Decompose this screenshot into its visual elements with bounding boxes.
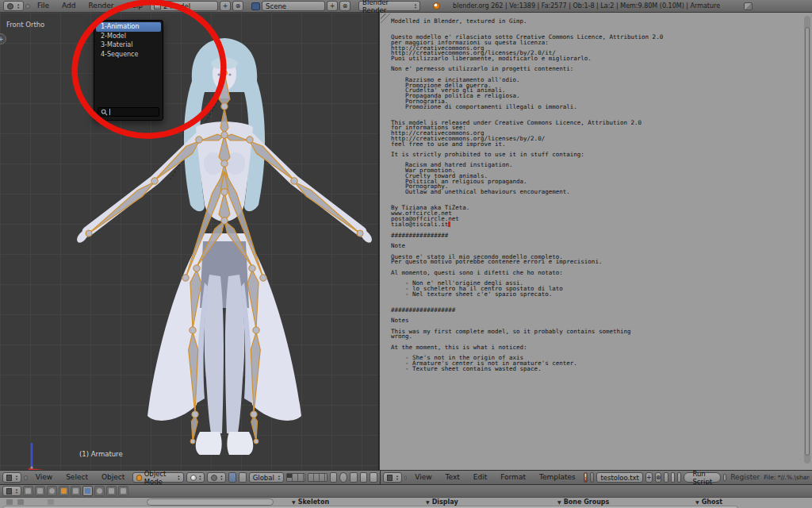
armature-joint[interactable] [253, 327, 259, 333]
armature-bone[interactable] [89, 182, 155, 233]
armature-joint[interactable] [291, 178, 297, 184]
layers-widget-2[interactable] [308, 473, 327, 482]
menu-add[interactable]: Add [56, 0, 81, 12]
armature-joint[interactable] [221, 132, 228, 138]
armature-joint[interactable] [247, 137, 253, 143]
vp-menu-object[interactable]: Object [96, 471, 130, 483]
file-modified-alert-icon[interactable]: ! [584, 472, 588, 483]
editor-type-text-button[interactable]: ▴▾ [383, 472, 402, 483]
snap-element-icon[interactable] [350, 472, 358, 483]
word-wrap-icon[interactable] [671, 472, 675, 483]
armature-joint[interactable] [221, 103, 228, 110]
properties-tab-render[interactable] [23, 486, 33, 496]
editor-type-info-button[interactable]: ▴▾ [3, 1, 24, 11]
unlink-scene-button[interactable]: ⊗ [339, 1, 350, 11]
txt-header-dot[interactable] [404, 475, 407, 480]
pin-icon[interactable] [48, 499, 54, 505]
menu-help[interactable]: Help [121, 0, 149, 12]
text-scrollbar[interactable] [804, 16, 810, 464]
window-split-icon[interactable] [744, 2, 753, 10]
armature-joint[interactable] [221, 160, 228, 167]
transform-orientation-selector[interactable]: Global ▴▾ [249, 472, 284, 483]
armature-joint[interactable] [357, 230, 363, 237]
manipulator-toggle-icon[interactable] [228, 472, 236, 483]
add-scene-button[interactable]: + [327, 1, 338, 11]
armature-joint[interactable] [190, 327, 196, 333]
properties-tab-scene[interactable] [35, 486, 45, 496]
txt-menu-templates[interactable]: Templates [534, 471, 581, 483]
properties-tab-material[interactable] [94, 486, 105, 496]
dropdown-search-field[interactable] [98, 107, 159, 117]
panel-ghost[interactable]: ▼Ghost [695, 498, 722, 506]
text-content[interactable]: Modelled in Blender, textured in Gimp. Q… [391, 19, 663, 371]
armature-joint[interactable] [251, 411, 257, 418]
dropdown-item-model[interactable]: 2-Model [96, 32, 161, 41]
text-scrollbar-thumb[interactable] [805, 27, 810, 456]
dropdown-item-animation[interactable]: 1-Animation [96, 22, 161, 32]
armature-bone[interactable] [251, 416, 258, 441]
armature-joint[interactable] [182, 275, 189, 281]
line-numbers-icon[interactable] [664, 472, 668, 483]
vp-header-dot[interactable] [24, 475, 28, 480]
properties-tab-world[interactable] [47, 486, 57, 496]
properties-hscrollbar[interactable] [2, 506, 738, 508]
txt-menu-edit[interactable]: Edit [468, 471, 492, 483]
syntax-highlight-icon[interactable] [677, 472, 681, 483]
armature-joint[interactable] [86, 230, 92, 237]
shading-selector[interactable]: ▴▾ [186, 472, 205, 483]
armature-bone[interactable] [294, 182, 360, 233]
properties-tab-texture[interactable] [106, 486, 117, 496]
add-layout-button[interactable]: + [220, 1, 231, 11]
armature-joint[interactable] [254, 439, 259, 444]
vp-menu-view[interactable]: View [30, 471, 58, 483]
new-text-button[interactable]: + [645, 472, 653, 483]
lock-camera-icon[interactable] [330, 472, 338, 483]
text-name-field[interactable]: testoloo.txt [596, 472, 643, 483]
mode-selector[interactable]: Object Mode ▴▾ [132, 472, 183, 483]
scene-selector[interactable]: Scene [262, 1, 325, 11]
unlink-layout-button[interactable]: ⊗ [232, 1, 243, 11]
run-script-button[interactable]: Run Script [684, 472, 721, 483]
properties-tab-object[interactable] [59, 486, 69, 496]
text-editor[interactable]: Modelled in Blender, textured in Gimp. Q… [380, 13, 812, 470]
panel-skeleton[interactable]: ▼Skeleton [292, 498, 329, 506]
vp-menu-select[interactable]: Select [60, 471, 94, 483]
snap-magnet-icon[interactable] [339, 472, 347, 483]
manipulator-translate-icon[interactable] [239, 472, 247, 483]
properties-tab-object-data[interactable] [82, 486, 93, 496]
properties-tab-constraints[interactable] [71, 486, 81, 496]
editor-type-properties-button[interactable]: ▴▾ [2, 486, 21, 496]
pivot-selector[interactable]: ▴▾ [207, 472, 226, 483]
armature-joint[interactable] [151, 178, 158, 184]
properties-search-field[interactable] [147, 498, 274, 506]
armature-bone[interactable] [220, 108, 228, 133]
dropdown-item-sequence[interactable]: 4-Sequence [96, 50, 161, 60]
txt-menu-format[interactable]: Format [495, 471, 531, 483]
render-opengl-anim-icon[interactable] [370, 472, 377, 483]
armature-joint[interactable] [193, 265, 200, 271]
viewport-3d[interactable]: Front Ortho + [0, 13, 379, 470]
register-checkbox[interactable] [723, 474, 726, 481]
armature-joint[interactable] [221, 217, 228, 224]
area-corner-grip[interactable] [381, 13, 391, 24]
editor-type-3dview-button[interactable]: ▴▾ [2, 472, 21, 483]
render-engine-selector[interactable]: Blender Render ▴▾ [358, 1, 420, 11]
panel-display[interactable]: ▼Display [426, 498, 458, 506]
armature-joint[interactable] [260, 275, 266, 281]
armature-bone[interactable] [191, 416, 197, 441]
menu-file[interactable]: File [32, 0, 55, 12]
properties-tab-physics[interactable] [118, 486, 128, 496]
header-collapse-dot[interactable] [25, 4, 30, 9]
armature-joint[interactable] [190, 439, 195, 444]
armature-joint[interactable] [196, 137, 202, 143]
armature-joint[interactable] [222, 71, 228, 76]
panel-bone-groups[interactable]: ▼Bone Groups [557, 498, 609, 506]
dropdown-item-material[interactable]: 3-Material [96, 40, 161, 50]
unlink-text-button[interactable]: ⊗ [655, 472, 662, 483]
txt-menu-text[interactable]: Text [440, 471, 465, 483]
armature-joint[interactable] [249, 265, 255, 271]
render-opengl-icon[interactable] [360, 472, 368, 483]
armature-joint[interactable] [221, 189, 228, 195]
text-datablock-icon[interactable] [590, 472, 594, 483]
screen-layout-selector[interactable]: 2-Model [150, 1, 218, 11]
